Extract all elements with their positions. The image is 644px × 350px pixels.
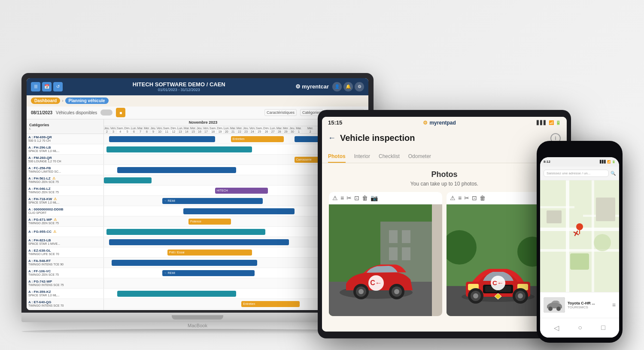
delete-icon[interactable]: 🗑 (362, 195, 368, 201)
breadcrumb-planning[interactable]: Planning véhicule (65, 97, 109, 104)
phone-time: 8:12 (544, 160, 550, 164)
day-cell: Mar.21 (230, 126, 237, 134)
vehicle-model: CLIO SPORT (28, 211, 102, 214)
breadcrumb-separator: › (62, 98, 63, 103)
back-button[interactable]: ← (328, 134, 336, 143)
phone-search-bar: Saisissez une adresse / un... 🔍 (540, 167, 619, 180)
vehicle-model: TWINGO LIMITED SC... (28, 170, 102, 173)
table-row: A : FG-742-WP TWINGO INTENS SCE 75 (27, 278, 368, 289)
tab-checklist[interactable]: Checklist (379, 153, 400, 163)
vehicles-toggle[interactable] (100, 110, 112, 116)
photo-card-1: ⚠ ≡ ✂ ⊡ 🗑 📷 (329, 192, 442, 316)
vehicle-plate: A : FG-671-WP ⚠ (28, 218, 102, 222)
gantt-bar[interactable] (104, 177, 152, 183)
phone-screen: 8:12 ▋▋▋ 📶 🔋 Saisissez une adresse / un.… (540, 157, 619, 338)
svg-point-32 (518, 293, 523, 298)
vehicle-model: SPACE STAR 1,0 ML... (28, 149, 102, 152)
gantt-bar-entretien[interactable]: Entretien (231, 136, 284, 142)
vehicle-plate: A : FH-359-KZ (28, 290, 102, 294)
gantt-bar-remi2[interactable]: → REMI (162, 270, 255, 276)
svg-rect-40 (592, 180, 594, 292)
gantt-bar[interactable] (109, 136, 215, 142)
list-icon-phone[interactable]: ≡ (612, 301, 616, 308)
tab-photos[interactable]: Photos (328, 153, 346, 163)
day-cell: Lun.20 (224, 126, 230, 134)
phone-search-icon[interactable]: 🔍 (611, 171, 616, 176)
categories-header: Catégories r. (27, 119, 104, 134)
scissors-icon-2[interactable]: ✂ (464, 195, 469, 201)
gantt-bar-pret[interactable]: Prêt / Essai (167, 250, 252, 256)
vehicle-info: A : FG-742-WP TWINGO INTENS SCE 75 (27, 278, 104, 288)
phone-notch (567, 146, 592, 155)
day-cell: Dim.5 (124, 126, 131, 134)
scissors-icon[interactable]: ✂ (346, 195, 352, 201)
vehicle-plate: A : EZ-638-GL (28, 249, 102, 253)
tab-odometer[interactable]: Odometer (408, 153, 431, 163)
vehicle-plate: A : 0000000002-DD0B (28, 207, 102, 211)
svg-point-10 (358, 289, 364, 294)
gantt-bar[interactable] (106, 146, 252, 152)
settings-icon[interactable]: ⚙ (355, 82, 364, 91)
day-cell: Ven.10 (157, 126, 163, 134)
signal-icon: ▋▋▋ (537, 120, 547, 125)
table-row: A : FH-561-LZ ⚠ TWINGO ZEN SCE 75 (27, 175, 368, 186)
day-cell: Dim.19 (217, 126, 223, 134)
tab-interior[interactable]: Interior (354, 153, 370, 163)
toolbar-action-btn[interactable]: ■ (116, 108, 125, 117)
vehicle-plate: A : ET-640-QG (28, 300, 102, 304)
toolbar: 08/11/2023 Véhicules disponibles ■ Carac… (27, 107, 368, 119)
gantt-bar[interactable] (117, 291, 236, 297)
back-icon-phone[interactable]: ◁ (554, 324, 559, 332)
gantt-bar[interactable] (112, 260, 257, 266)
recent-icon-phone[interactable]: □ (601, 324, 605, 332)
phone-map: ✕ (540, 180, 619, 292)
vehicle-model: TWINGO INTENS TCE 90 (28, 263, 102, 266)
phone-search-input[interactable]: Saisissez une adresse / un... (544, 170, 609, 177)
header-title: HITECH SOFTWARE DEMO / CAEN 01/01/2023 -… (66, 81, 292, 92)
user-icon[interactable]: 👤 (332, 82, 342, 91)
tablet-title-bar: ← Vehicle inspection i (322, 129, 567, 148)
list-icon[interactable]: ≡ (340, 195, 344, 201)
car-thumbnail (544, 297, 565, 313)
gantt-bar-remi[interactable]: → REMI (162, 198, 263, 204)
home-icon-phone[interactable]: ○ (578, 324, 582, 332)
svg-rect-3 (389, 230, 398, 243)
vehicle-model: TWINGO INTENS SCE 70 (28, 304, 102, 307)
crop-icon[interactable]: ⊡ (354, 195, 359, 201)
phone-status-bar: 8:12 ▋▋▋ 📶 🔋 (540, 157, 619, 167)
refresh-icon[interactable]: ↺ (53, 82, 63, 91)
crop-icon-2[interactable]: ⊡ (472, 195, 477, 201)
photo-image-1[interactable]: C← (329, 204, 442, 316)
day-cell: Dim.12 (170, 126, 177, 134)
gantt-bar[interactable] (106, 229, 265, 235)
svg-point-52 (556, 307, 561, 311)
day-cell: Sam.25 (256, 126, 263, 134)
day-cell: Mer.15 (190, 126, 197, 134)
svg-text:C←: C← (370, 279, 382, 286)
svg-point-51 (548, 307, 553, 311)
table-row: A : FG-671-WP ⚠ TWINGO ZEN SCE 75 Potenc… (27, 216, 368, 227)
calendar-icon[interactable]: 📅 (42, 82, 52, 91)
day-cell: Mer.2 (302, 126, 319, 134)
phone-bottom-bar: ◁ ○ □ (540, 318, 619, 338)
gantt-bar[interactable] (183, 208, 295, 214)
delete-icon-2[interactable]: 🗑 (480, 195, 486, 201)
gantt-bar[interactable] (109, 239, 289, 245)
characteristics-select[interactable]: Caractéristiques (264, 109, 297, 116)
warning-icon[interactable]: ⚠ (332, 195, 338, 201)
planning-rows: A : FM-699-QR 500 S 1,2 70 CH Entretien (27, 134, 368, 310)
gantt-bar-entretien2[interactable]: Entretien (241, 301, 300, 307)
breadcrumb-dashboard[interactable]: Dashboard (31, 97, 60, 104)
menu-icon[interactable]: ☰ (31, 82, 40, 91)
gantt-bar-potence[interactable]: Potence (188, 219, 231, 225)
gantt-bar-hitech[interactable]: HITECH (215, 188, 268, 194)
planning-header: Catégories r. Novembre 2023 Jeu.2 Ven.3 … (27, 119, 368, 134)
date-range: 01/01/2023 - 31/12/2023 (66, 88, 292, 92)
notifications-icon[interactable]: 🔔 (343, 82, 353, 91)
list-icon-2[interactable]: ≡ (458, 195, 462, 201)
camera-icon[interactable]: 📷 (371, 195, 378, 201)
svg-rect-43 (570, 253, 589, 270)
warning-icon-2[interactable]: ⚠ (450, 195, 456, 201)
gantt-bar[interactable] (117, 167, 236, 173)
battery-icon: 🔋 (556, 120, 561, 125)
